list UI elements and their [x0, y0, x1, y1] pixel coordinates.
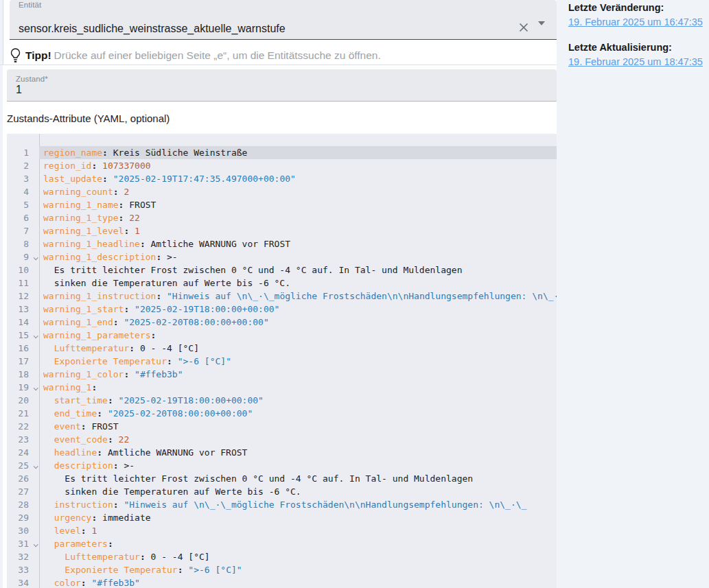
- code-line-text: region_id: 107337000: [39, 159, 557, 172]
- editor-gutter-cell: 6: [7, 211, 39, 224]
- editor-gutter-cell: 32: [7, 550, 39, 563]
- editor-gutter-cell: 30: [7, 524, 39, 537]
- code-line[interactable]: 2region_id: 107337000: [7, 159, 557, 172]
- editor-gutter-cell: 15: [7, 329, 39, 342]
- line-number: 34: [7, 576, 31, 588]
- editor-gutter-cell: 24: [7, 446, 39, 459]
- editor-gutter-cell: 26: [7, 472, 39, 485]
- entity-field-label: Entität: [19, 1, 41, 9]
- line-number: 6: [7, 211, 31, 224]
- code-line[interactable]: 1region_name: Kreis Südliche Weinstraße: [7, 146, 557, 159]
- code-line-text: headline: Amtliche WARNUNG vor FROST: [39, 446, 557, 459]
- code-line[interactable]: 10 Es tritt leichter Frost zwischen 0 °C…: [7, 263, 557, 277]
- code-line[interactable]: 17 Exponierte Temperatur: ">-6 [°C]": [7, 355, 557, 368]
- editor-lines[interactable]: 1region_name: Kreis Südliche Weinstraße2…: [7, 146, 557, 588]
- code-line[interactable]: 15warning_1_parameters:: [7, 329, 557, 342]
- code-line[interactable]: 26 Es tritt leichter Frost zwischen 0 °C…: [7, 472, 557, 485]
- code-line[interactable]: 18warning_1_color: "#ffeb3b": [7, 368, 557, 381]
- code-line[interactable]: 21 end_time: "2025-02-20T08:00:00+00:00": [7, 407, 557, 420]
- line-number: 17: [7, 355, 31, 368]
- code-line[interactable]: 16 Lufttemperatur: 0 - -4 [°C]: [7, 342, 557, 355]
- code-line[interactable]: 12warning_1_instruction: "Hinweis auf \n…: [7, 290, 557, 303]
- line-number: 10: [7, 263, 31, 277]
- code-line[interactable]: 11 sinken die Temperaturen auf Werte bis…: [7, 277, 557, 290]
- code-line[interactable]: 14warning_1_end: "2025-02-20T08:00:00+00…: [7, 316, 557, 329]
- chevron-down-icon[interactable]: [33, 464, 38, 469]
- code-line-text: Lufttemperatur: 0 - -4 [°C]: [39, 550, 557, 563]
- code-line-text: warning_1_type: 22: [39, 211, 557, 224]
- code-line-text: warning_1_level: 1: [39, 224, 557, 237]
- code-line[interactable]: 31 parameters:: [7, 537, 557, 550]
- state-input[interactable]: Zustand* 1: [7, 69, 557, 102]
- code-line-text: start_time: "2025-02-19T18:00:00+00:00": [39, 394, 557, 407]
- chevron-down-icon[interactable]: [33, 333, 38, 338]
- code-line[interactable]: 28 instruction: "Hinweis auf \n\_·\_mögl…: [7, 498, 557, 511]
- code-line[interactable]: 29 urgency: immediate: [7, 511, 557, 524]
- editor-gutter-cell: 17: [7, 355, 39, 368]
- caret-down-icon[interactable]: [538, 25, 546, 31]
- code-line[interactable]: 20 start_time: "2025-02-19T18:00:00+00:0…: [7, 394, 557, 407]
- code-line-text: parameters:: [39, 537, 557, 550]
- state-field-label: Zustand*: [16, 75, 48, 83]
- last-changed-label: Letzte Veränderung:: [568, 2, 709, 13]
- line-number: 13: [7, 303, 31, 316]
- chevron-down-icon[interactable]: [33, 255, 38, 260]
- editor-gutter-cell: 29: [7, 511, 39, 524]
- state-field-value: 1: [16, 84, 22, 96]
- editor-gutter-cell: 27: [7, 485, 39, 498]
- yaml-editor[interactable]: 1region_name: Kreis Südliche Weinstraße2…: [7, 134, 557, 588]
- code-line[interactable]: 24 headline: Amtliche WARNUNG vor FROST: [7, 446, 557, 459]
- code-line-text: warning_1_headline: Amtliche WARNUNG vor…: [39, 237, 557, 250]
- code-line[interactable]: 22 event: FROST: [7, 420, 557, 433]
- code-line-text: color: "#ffeb3b": [39, 576, 557, 588]
- code-line-text: end_time: "2025-02-20T08:00:00+00:00": [39, 407, 557, 420]
- section-divider: [0, 64, 557, 65]
- editor-gutter-cell: 13: [7, 303, 39, 316]
- code-line[interactable]: 8warning_1_headline: Amtliche WARNUNG vo…: [7, 237, 557, 250]
- code-line[interactable]: 25 description: >-: [7, 459, 557, 472]
- line-number: 11: [7, 277, 31, 290]
- last-updated-label: Letzte Aktualisierung:: [568, 42, 709, 53]
- last-changed-link[interactable]: 19. Februar 2025 um 16:47:35: [568, 16, 703, 27]
- line-number: 30: [7, 524, 31, 537]
- code-line-text: warning_1:: [39, 381, 557, 394]
- line-number: 27: [7, 485, 31, 498]
- editor-gutter-cell: 31: [7, 537, 39, 550]
- code-line[interactable]: 19warning_1:: [7, 381, 557, 394]
- editor-gutter-cell: 7: [7, 224, 39, 237]
- editor-gutter-cell: 10: [7, 263, 39, 277]
- editor-gutter-cell: 5: [7, 198, 39, 211]
- code-line[interactable]: 9warning_1_description: >-: [7, 250, 557, 263]
- tip-label: Tipp!: [25, 49, 51, 62]
- line-number: 5: [7, 198, 31, 211]
- close-icon[interactable]: [518, 22, 529, 33]
- code-line[interactable]: 6warning_1_type: 22: [7, 211, 557, 224]
- chevron-down-icon[interactable]: [33, 542, 38, 547]
- line-number: 16: [7, 342, 31, 355]
- line-number: 7: [7, 224, 31, 237]
- editor-gutter-cell: 3: [7, 172, 39, 185]
- code-line[interactable]: 13warning_1_start: "2025-02-19T18:00:00+…: [7, 303, 557, 316]
- editor-gutter-cell: 4: [7, 185, 39, 198]
- code-line[interactable]: 3last_update: "2025-02-19T17:47:35.49700…: [7, 172, 557, 185]
- line-number: 2: [7, 159, 31, 172]
- last-updated-link[interactable]: 19. Februar 2025 um 18:47:35: [568, 56, 703, 67]
- line-number: 1: [7, 146, 31, 159]
- code-line[interactable]: 27 sinken die Temperaturen auf Werte bis…: [7, 485, 557, 498]
- lightbulb-icon: [10, 47, 21, 66]
- code-line[interactable]: 4warning_count: 2: [7, 185, 557, 198]
- code-line[interactable]: 7warning_1_level: 1: [7, 224, 557, 237]
- code-line[interactable]: 5warning_1_name: FROST: [7, 198, 557, 211]
- editor-gutter-cell: 20: [7, 394, 39, 407]
- chevron-down-icon[interactable]: [33, 386, 38, 390]
- code-line[interactable]: 32 Lufttemperatur: 0 - -4 [°C]: [7, 550, 557, 563]
- editor-gutter-cell: 9: [7, 250, 39, 263]
- code-line-text: warning_1_instruction: "Hinweis auf \n\_…: [39, 290, 557, 303]
- code-line-text: Exponierte Temperatur: ">-6 [°C]": [39, 563, 557, 576]
- code-line[interactable]: 30 level: 1: [7, 524, 557, 537]
- code-line-text: warning_1_description: >-: [39, 250, 557, 263]
- entity-combobox[interactable]: Entität sensor.kreis_sudliche_weinstrass…: [10, 0, 557, 40]
- code-line[interactable]: 23 event_code: 22: [7, 433, 557, 446]
- code-line[interactable]: 34 color: "#ffeb3b": [7, 576, 557, 588]
- code-line[interactable]: 33 Exponierte Temperatur: ">-6 [°C]": [7, 563, 557, 576]
